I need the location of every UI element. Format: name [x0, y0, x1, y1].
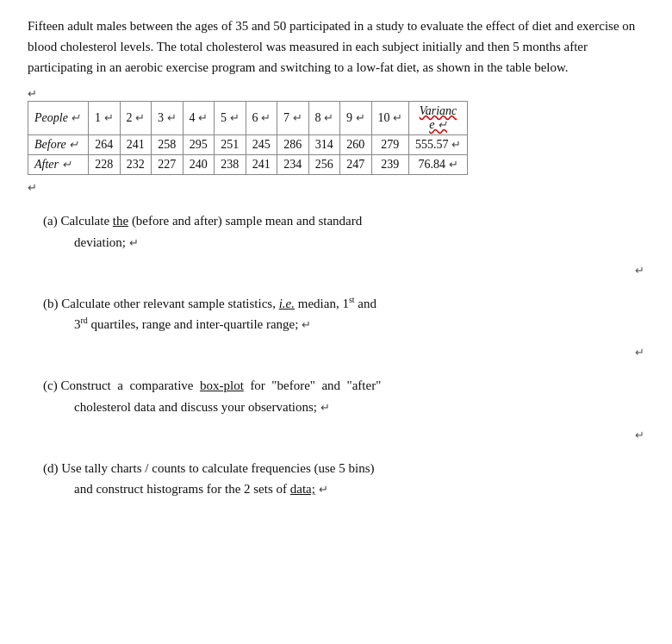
after-8: 256 — [308, 155, 340, 175]
after-table-return: ↵ — [28, 180, 644, 195]
section-c-text1: Construct a comparative — [60, 378, 200, 392]
after-5: 238 — [215, 155, 246, 175]
section-b-text3: 3rd quartiles, range and inter-quartile … — [74, 317, 298, 331]
variance-header: Variance ↵ — [409, 102, 468, 135]
intro-text: Fifteen adult males between the ages of … — [28, 16, 644, 78]
col-9: 9 ↵ — [340, 102, 372, 135]
before-2: 241 — [120, 135, 152, 155]
section-a-line2: deviation; ↵ — [74, 232, 644, 253]
spacer-after-a: ↵ — [28, 262, 644, 278]
before-8: 314 — [308, 135, 340, 155]
section-d-text1: Use tally charts / counts to calculate f… — [61, 461, 374, 475]
section-c-text: (c) Construct a comparative box-plot for… — [43, 375, 644, 397]
section-c-label: (c) — [43, 378, 58, 392]
section-b-text2: median, 1st and — [295, 297, 376, 310]
after-variance: 76.84 ↵ — [409, 155, 468, 175]
section-c-text2: for "before" and "after" — [244, 378, 381, 392]
section-a-text1: Calculate — [60, 214, 112, 228]
section-b-label: (b) — [43, 297, 59, 310]
people-header: People ↵ — [28, 102, 89, 135]
section-b-line2: 3rd quartiles, range and inter-quartile … — [74, 314, 644, 335]
col-5: 5 ↵ — [215, 102, 246, 135]
section-a-underline: the — [113, 214, 128, 228]
before-row: Before ↵ 264 241 258 295 251 245 286 314… — [28, 135, 468, 155]
before-6: 245 — [246, 135, 277, 155]
before-label: Before ↵ — [28, 135, 89, 155]
section-c: (c) Construct a comparative box-plot for… — [43, 375, 644, 418]
spacer-return-a: ↵ — [635, 264, 644, 278]
after-6: 241 — [246, 155, 277, 175]
intro-paragraph: Fifteen adult males between the ages of … — [28, 16, 644, 101]
section-d-label: (d) — [43, 461, 59, 475]
spacer-return-c: ↵ — [635, 428, 644, 442]
after-9: 247 — [340, 155, 372, 175]
section-b-text: (b) Calculate other relevant sample stat… — [43, 293, 644, 315]
col-4: 4 ↵ — [183, 102, 215, 135]
before-variance: 555.57 ↵ — [409, 135, 468, 155]
section-a: (a) Calculate the (before and after) sam… — [43, 210, 644, 253]
section-c-boxplot: box-plot — [200, 378, 244, 392]
before-1: 264 — [89, 135, 121, 155]
before-9: 260 — [340, 135, 372, 155]
section-c-line2: cholesterol data and discuss your observ… — [74, 397, 644, 418]
section-c-text3: cholesterol data and discuss your observ… — [74, 400, 317, 414]
section-a-text: (a) Calculate the (before and after) sam… — [43, 210, 644, 232]
section-b: (b) Calculate other relevant sample stat… — [43, 293, 644, 336]
before-4: 295 — [183, 135, 215, 155]
col-8: 8 ↵ — [308, 102, 340, 135]
header-return: ↵ — [71, 111, 80, 124]
section-d-text: (d) Use tally charts / counts to calcula… — [43, 458, 644, 479]
col-6: 6 ↵ — [246, 102, 277, 135]
cholesterol-table: People ↵ 1 ↵ 2 ↵ 3 ↵ 4 ↵ 5 ↵ 6 ↵ 7 ↵ 8 ↵… — [28, 101, 468, 175]
before-10: 279 — [371, 135, 409, 155]
section-d-line2: and construct histograms for the 2 sets … — [74, 478, 644, 500]
after-row: After ↵ 228 232 227 240 238 241 234 256 … — [28, 155, 468, 175]
section-d: (d) Use tally charts / counts to calcula… — [43, 458, 644, 501]
col-7: 7 ↵ — [277, 102, 309, 135]
intro-return: ↵ — [28, 87, 37, 100]
before-3: 258 — [152, 135, 184, 155]
section-b-text1: Calculate other relevant sample statisti… — [61, 297, 278, 310]
before-5: 251 — [215, 135, 246, 155]
after-label: After ↵ — [28, 155, 89, 175]
spacer-after-b: ↵ — [28, 344, 644, 360]
table-header-row: People ↵ 1 ↵ 2 ↵ 3 ↵ 4 ↵ 5 ↵ 6 ↵ 7 ↵ 8 ↵… — [28, 102, 468, 135]
col-2: 2 ↵ — [120, 102, 152, 135]
before-7: 286 — [277, 135, 309, 155]
after-3: 227 — [152, 155, 184, 175]
section-d-text2: and construct histograms for the 2 sets … — [74, 482, 290, 496]
after-4: 240 — [183, 155, 215, 175]
section-d-data: data; — [290, 482, 315, 496]
spacer-after-c: ↵ — [28, 427, 644, 442]
col-10: 10 ↵ — [371, 102, 409, 135]
data-table-wrapper: People ↵ 1 ↵ 2 ↵ 3 ↵ 4 ↵ 5 ↵ 6 ↵ 7 ↵ 8 ↵… — [28, 101, 644, 175]
after-1: 228 — [89, 155, 121, 175]
after-2: 232 — [120, 155, 152, 175]
section-a-text2: (before and after) sample mean and stand… — [128, 214, 362, 228]
after-10: 239 — [371, 155, 409, 175]
col-3: 3 ↵ — [152, 102, 184, 135]
after-7: 234 — [277, 155, 309, 175]
section-b-ie: i.e. — [279, 297, 295, 310]
section-a-label: (a) — [43, 214, 58, 228]
col-1: 1 ↵ — [89, 102, 121, 135]
section-a-deviation: deviation; — [74, 235, 126, 249]
spacer-return-b: ↵ — [635, 346, 644, 360]
